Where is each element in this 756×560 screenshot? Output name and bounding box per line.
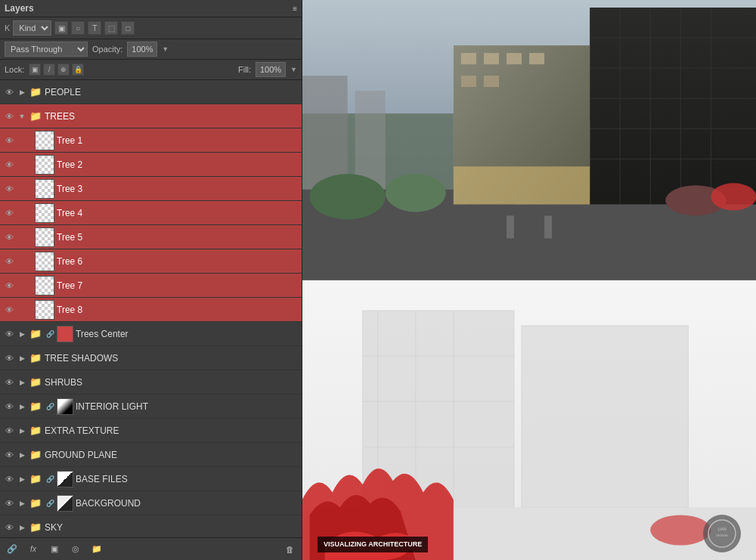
layer-interior-light[interactable]: 👁 ▶ 📁 🔗 INTERIOR LIGHT [0, 394, 302, 419]
layer-tree1[interactable]: 👁 Tree 1 [0, 128, 302, 153]
opacity-arrow: ▼ [162, 45, 169, 53]
folder-icon-sky: 📁 [29, 521, 42, 534]
layer-ground-plane[interactable]: 👁 ▶ 📁 GROUND PLANE [0, 443, 302, 467]
layer-shrubs[interactable]: 👁 ▶ 📁 SHRUBS [0, 370, 302, 394]
visibility-eye-tree6[interactable]: 👁 [3, 255, 15, 268]
folder-icon-people: 📁 [29, 85, 42, 99]
lock-move-icon[interactable]: ⊕ [57, 63, 70, 76]
kind-select[interactable]: Kind [13, 20, 51, 36]
filter-toolbar: K Kind ▣ ○ T ⬚ □ [0, 17, 302, 39]
folder-icon-tree-shadows: 📁 [29, 351, 42, 365]
layer-tree5[interactable]: 👁 Tree 5 [0, 225, 302, 249]
layer-tree3[interactable]: 👁 Tree 3 [0, 177, 302, 201]
expand-arrow-interior-light[interactable]: ▶ [17, 402, 26, 411]
expand-arrow-shrubs[interactable]: ▶ [17, 378, 26, 387]
expand-arrow-trees-center[interactable]: ▶ [17, 330, 26, 339]
smartobj-filter-icon[interactable]: □ [121, 21, 135, 35]
layer-people[interactable]: 👁 ▶ 📁 PEOPLE [0, 80, 302, 104]
visibility-eye-trees-center[interactable]: 👁 [3, 328, 15, 340]
adjustment-filter-icon[interactable]: ○ [71, 21, 85, 35]
visibility-eye-background[interactable]: 👁 [3, 497, 15, 509]
visibility-eye-extra-texture[interactable]: 👁 [3, 425, 15, 437]
fill-arrow: ▼ [290, 66, 297, 73]
visibility-eye-tree8[interactable]: 👁 [3, 304, 15, 316]
layer-sky[interactable]: 👁 ▶ 📁 SKY [0, 515, 302, 537]
expand-arrow-tree-shadows[interactable]: ▶ [17, 354, 26, 363]
layer-name-tree4: Tree 4 [57, 208, 299, 218]
lock-all-icon[interactable]: 🔒 [72, 63, 84, 76]
visibility-eye-tree-shadows[interactable]: 👁 [3, 352, 15, 364]
blend-mode-select[interactable]: Pass Through Normal Multiply Screen [5, 42, 88, 57]
panel-menu-button[interactable]: ≡ [293, 5, 297, 13]
top-render-svg [302, 0, 756, 280]
layer-tree-shadows[interactable]: 👁 ▶ 📁 TREE SHADOWS [0, 346, 302, 370]
layer-name-trees-center: Trees Center [76, 329, 299, 339]
svg-rect-4 [507, 215, 514, 238]
thumb-tree7 [35, 276, 54, 295]
visibility-eye-sky[interactable]: 👁 [3, 521, 15, 534]
thumb-tree8 [35, 300, 54, 320]
layer-base-files[interactable]: 👁 ▶ 📁 🔗 BASE FILES [0, 467, 302, 491]
mask-icon[interactable]: ◎ [68, 542, 83, 557]
layer-tree7[interactable]: 👁 Tree 7 [0, 274, 302, 298]
visibility-eye-tree1[interactable]: 👁 [3, 135, 15, 147]
svg-rect-25 [302, 76, 348, 189]
lock-position-icon[interactable]: / [43, 63, 55, 76]
visibility-eye-trees[interactable]: 👁 [3, 110, 15, 122]
visibility-eye-interior-light[interactable]: 👁 [3, 401, 15, 413]
expand-arrow-background[interactable]: ▶ [17, 499, 26, 508]
expand-arrow-sky[interactable]: ▶ [17, 523, 26, 532]
link-icon[interactable]: 🔗 [5, 542, 20, 557]
layer-trees-center[interactable]: 👁 ▶ 📁 🔗 Trees Center [0, 322, 302, 346]
svg-rect-21 [529, 53, 544, 64]
layer-tree4[interactable]: 👁 Tree 4 [0, 201, 302, 225]
visibility-eye-tree3[interactable]: 👁 [3, 183, 15, 195]
svg-point-27 [310, 174, 386, 219]
layer-name-extra-texture: EXTRA TEXTURE [45, 425, 299, 436]
shape-filter-icon[interactable]: ⬚ [104, 21, 118, 35]
visibility-eye-tree5[interactable]: 👁 [3, 231, 15, 243]
adjustment-icon[interactable]: ▣ [47, 542, 62, 557]
fill-input[interactable] [256, 62, 286, 77]
pixel-filter-icon[interactable]: ▣ [54, 21, 68, 35]
new-layer-icon[interactable]: 🗑 [282, 542, 297, 557]
layer-tree8[interactable]: 👁 Tree 8 [0, 298, 302, 322]
new-group-icon[interactable]: 📁 [89, 542, 104, 557]
lock-badge-interior-light: 🔗 [46, 403, 54, 410]
visibility-eye-shrubs[interactable]: 👁 [3, 376, 15, 388]
layers-list[interactable]: 👁 ▶ 📁 PEOPLE 👁 ▼ 📁 TREES 👁 Tree 1 👁 Tree… [0, 80, 302, 537]
fx-icon[interactable]: fx [26, 542, 41, 557]
layer-name-interior-light: INTERIOR LIGHT [76, 401, 299, 412]
folder-icon-shrubs: 📁 [29, 376, 42, 389]
lock-pixels-icon[interactable]: ▣ [29, 63, 41, 76]
bottom-render-svg [302, 280, 756, 561]
visibility-eye-tree2[interactable]: 👁 [3, 159, 15, 171]
layer-extra-texture[interactable]: 👁 ▶ 📁 EXTRA TEXTURE [0, 419, 302, 443]
visibility-eye-tree4[interactable]: 👁 [3, 207, 15, 219]
watermark-logo: LIAN DESIGN [703, 515, 741, 552]
type-filter-icon[interactable]: T [88, 21, 101, 35]
svg-rect-33 [522, 326, 688, 507]
visibility-eye-base-files[interactable]: 👁 [3, 473, 15, 485]
expand-arrow-people[interactable]: ▶ [17, 88, 26, 97]
expand-arrow-trees[interactable]: ▼ [17, 112, 26, 121]
thumb-tree5 [35, 227, 54, 247]
expand-arrow-extra-texture[interactable]: ▶ [17, 426, 26, 435]
visibility-eye-people[interactable]: 👁 [3, 86, 15, 98]
layer-tree6[interactable]: 👁 Tree 6 [0, 249, 302, 274]
expand-arrow-base-files[interactable]: ▶ [17, 475, 26, 484]
layer-name-sky: SKY [45, 522, 299, 533]
layer-name-tree7: Tree 7 [57, 280, 299, 291]
folder-icon-background: 📁 [29, 497, 42, 510]
layer-tree2[interactable]: 👁 Tree 2 [0, 153, 302, 177]
thumb-tree4 [35, 203, 54, 223]
folder-icon-trees-center: 📁 [29, 327, 42, 341]
layer-background[interactable]: 👁 ▶ 📁 🔗 BACKGROUND [0, 491, 302, 515]
expand-arrow-ground-plane[interactable]: ▶ [17, 450, 26, 459]
svg-point-30 [711, 183, 756, 210]
visibility-eye-tree7[interactable]: 👁 [3, 280, 15, 292]
layer-trees-group[interactable]: 👁 ▼ 📁 TREES [0, 104, 302, 128]
bottom-render-image: VISUALIZING ARCHITECTURE LIAN DESIGN [302, 280, 756, 561]
opacity-input[interactable] [127, 42, 157, 57]
visibility-eye-ground-plane[interactable]: 👁 [3, 449, 15, 461]
